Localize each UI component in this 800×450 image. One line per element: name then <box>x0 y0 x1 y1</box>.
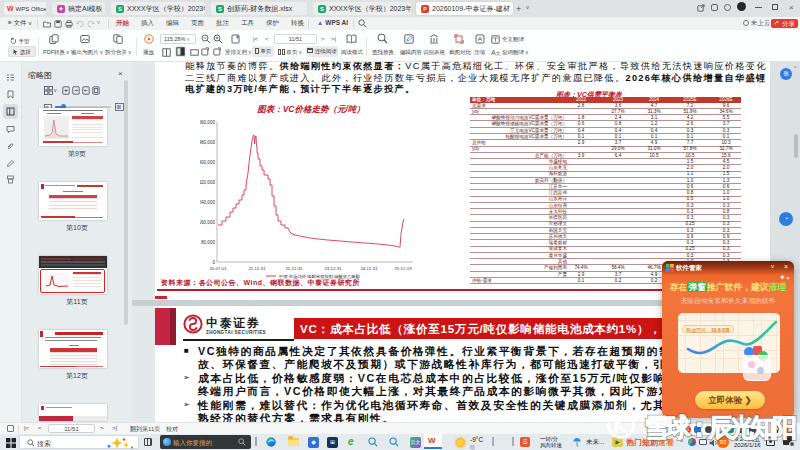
svg-text:400,000: 400,000 <box>200 160 215 165</box>
svg-text:160,000: 160,000 <box>200 220 215 225</box>
svg-text:23-12-31: 23-12-31 <box>324 266 342 271</box>
svg-text:80,000: 80,000 <box>201 240 215 245</box>
svg-text:25-12-19: 25-12-19 <box>394 266 412 271</box>
svg-text:240,000: 240,000 <box>200 200 215 205</box>
svg-text:22-12-31: 22-12-31 <box>285 266 303 271</box>
svg-text:0: 0 <box>212 260 215 265</box>
svg-text:24-12-31: 24-12-31 <box>360 266 378 271</box>
svg-text:480,000: 480,000 <box>200 140 215 145</box>
svg-text:20-07-01: 20-07-01 <box>209 266 227 271</box>
svg-text:320,000: 320,000 <box>200 180 215 185</box>
svg-text:560,000: 560,000 <box>200 120 215 125</box>
svg-text:21-12-31: 21-12-31 <box>248 266 266 271</box>
